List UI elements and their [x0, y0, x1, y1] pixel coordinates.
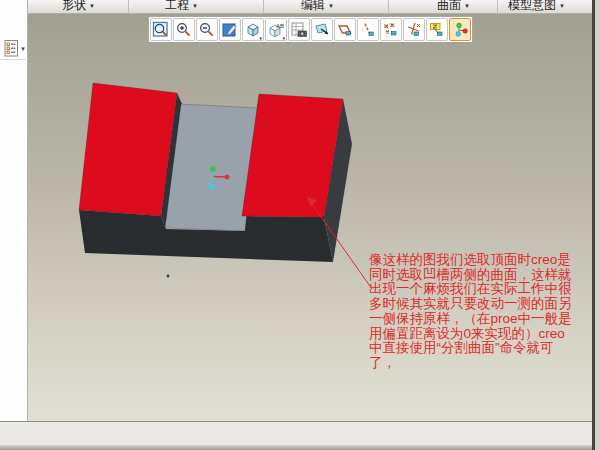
display-style-button[interactable]: ▾: [242, 18, 264, 41]
chevron-down-icon: ▼: [192, 1, 198, 9]
annotation-line: 多时候其实就只要改动一测的面另: [369, 297, 592, 312]
chevron-down-icon: ▾: [282, 36, 285, 40]
annotation-line: 中直接使用“分割曲面”命令就可: [369, 341, 592, 356]
reorient-view-button[interactable]: [311, 18, 333, 41]
menu-item-label: 工程: [165, 0, 189, 14]
menu-item-label: 编辑: [301, 0, 325, 14]
annotation-elements-display-icon: [428, 21, 446, 39]
graphics-viewport[interactable]: ▾ AB ▾: [28, 14, 592, 421]
menu-bar: 形状 ▼ 工程 ▼ 编辑 ▼ 曲面 ▼ 模型意图 ▼: [28, 0, 592, 14]
model-left-top-face-selected[interactable]: [79, 83, 177, 216]
zoom-refit-button[interactable]: [150, 18, 172, 41]
chevron-down-icon[interactable]: ▼: [20, 46, 26, 52]
datum-point-dot: [167, 275, 170, 278]
model-tree-header[interactable]: ▼: [0, 38, 28, 60]
zoom-out-button[interactable]: [196, 18, 218, 41]
axis-display-button[interactable]: [357, 18, 379, 41]
reorient-view-icon: [313, 21, 331, 39]
zoom-in-icon: [175, 21, 193, 39]
repaint-icon: [221, 21, 239, 39]
menu-item-label: 形状: [62, 0, 86, 14]
annotation-line: 像这样的图我们选取顶面时creo是: [369, 253, 592, 268]
csys-display-button[interactable]: [403, 18, 425, 41]
menu-item-surface[interactable]: 曲面 ▼: [437, 0, 470, 14]
chevron-down-icon: ▾: [259, 36, 262, 40]
plane-display-button[interactable]: [334, 18, 356, 41]
menu-item-edit[interactable]: 编辑 ▼: [301, 0, 334, 14]
annotation-line: 出现一个麻烦我们在实际工作中很: [369, 282, 592, 297]
menu-item-label: 曲面: [437, 0, 461, 14]
model-note-annotation: 像这样的图我们选取顶面时creo是 同时选取凹槽两侧的曲面，这样就 出现一个麻烦…: [369, 253, 592, 371]
csys-z-axis-dot: [209, 184, 215, 190]
point-display-icon: [382, 21, 400, 39]
plane-display-icon: [336, 21, 354, 39]
point-display-button[interactable]: [380, 18, 402, 41]
chevron-down-icon: ▼: [89, 1, 95, 9]
menu-separator: [128, 0, 129, 14]
svg-text:AB: AB: [276, 22, 284, 28]
annotation-line: 用偏置距离设为0来实现的）creo: [369, 327, 592, 342]
zoom-in-button[interactable]: [173, 18, 195, 41]
navigator-sidebar: ▼: [0, 0, 28, 421]
window-right-border: [592, 0, 595, 450]
menu-separator: [263, 0, 264, 14]
menu-separator: [497, 0, 498, 14]
annotation-line: 了，: [369, 356, 592, 371]
status-bar: 选择了 1 项 智能 ▼: [0, 421, 592, 445]
chevron-down-icon: ▼: [559, 1, 565, 9]
annotation-elements-display-button[interactable]: [426, 18, 448, 41]
annotation-line: 一侧保持原样，（在proe中一般是: [369, 312, 592, 327]
view-manager-icon: [290, 21, 308, 39]
menu-item-label: 模型意图: [508, 0, 556, 14]
csys-y-axis-dot: [210, 166, 216, 172]
chevron-down-icon: ▼: [328, 1, 334, 9]
menu-separator: [388, 0, 389, 14]
window-bottom-border: [0, 445, 592, 450]
axis-display-icon: [359, 21, 377, 39]
spin-center-icon: [451, 21, 469, 39]
menu-item-engineering[interactable]: 工程 ▼: [165, 0, 198, 14]
zoom-out-icon: [198, 21, 216, 39]
csys-display-icon: [405, 21, 423, 39]
graphics-toolbar: ▾ AB ▾: [148, 16, 473, 43]
csys-x-axis-dot: [225, 175, 230, 180]
annotation-display-button[interactable]: AB ▾: [265, 18, 287, 41]
annotation-line: 同时选取凹槽两侧的曲面，这样就: [369, 268, 592, 283]
menu-item-model-intent[interactable]: 模型意图 ▼: [508, 0, 565, 14]
zoom-refit-icon: [152, 21, 170, 39]
menu-item-shape[interactable]: 形状 ▼: [62, 0, 95, 14]
chevron-down-icon: ▼: [464, 1, 470, 9]
model-tree-icon[interactable]: [4, 40, 19, 57]
spin-center-button[interactable]: [449, 18, 471, 41]
view-manager-button[interactable]: [288, 18, 310, 41]
repaint-button[interactable]: [219, 18, 241, 41]
